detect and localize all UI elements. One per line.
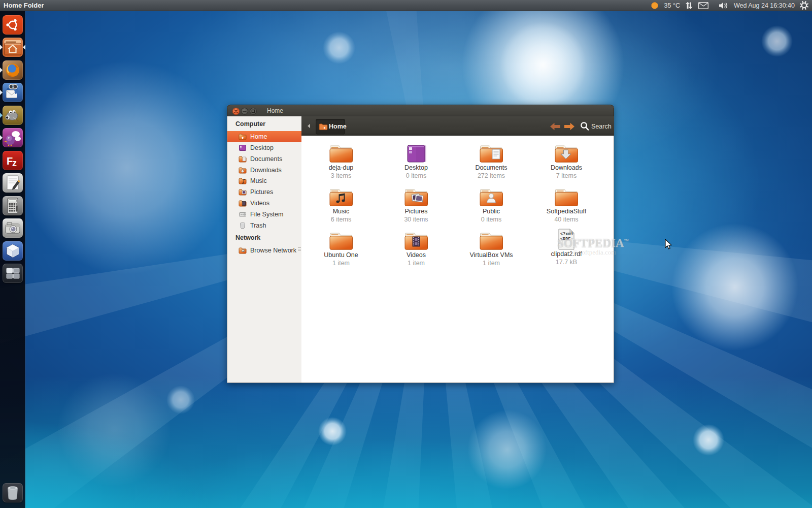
svg-text:5: 5	[12, 84, 15, 89]
svg-text:z: z	[12, 158, 17, 168]
svg-text:<?xml: <?xml	[560, 232, 573, 237]
